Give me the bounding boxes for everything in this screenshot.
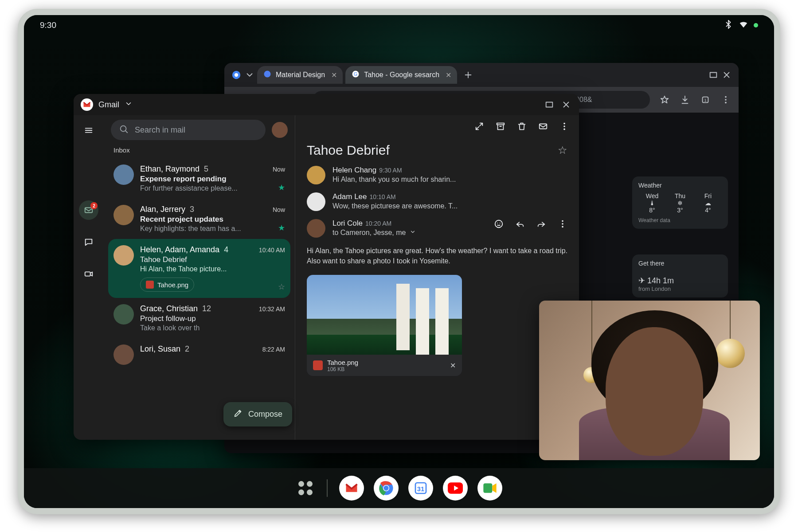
thread-preview: Hi Alan, the Tahoe picture... [140,265,285,273]
svg-text:G: G [354,71,357,77]
travel-card[interactable]: Get there ✈ 14h 1m from London [632,254,728,297]
new-tab-button[interactable] [462,69,474,81]
thread-subject: Tahoe Debrief [140,255,285,264]
svg-rect-12 [546,102,553,107]
collapsed-message[interactable]: Helen Chang9:30 AM Hi Alan, thank you so… [307,166,567,184]
message-detail: Tahoe Debrief ☆ Helen Chang9:30 AM Hi Al… [295,115,579,440]
rail-chat-icon[interactable] [79,232,98,252]
emoji-icon[interactable] [494,219,504,231]
gmail-titlebar: Gmail [74,94,579,115]
close-icon[interactable]: ✕ [329,70,338,79]
window-maximize-icon[interactable] [708,69,719,81]
tabs-count-icon[interactable]: 1 [700,94,711,106]
weather-day: Thu [666,192,694,200]
svg-point-24 [562,226,563,228]
attachment-size: 106 KB [327,366,446,372]
close-icon[interactable]: ✕ [450,361,456,370]
thread-preview: Key highlights: the team has a... [140,225,285,233]
svg-point-20 [563,129,565,130]
thread-item-selected[interactable]: Helen, Adam, Amanda 410:40 AM Tahoe Debr… [108,239,290,298]
weather-day: Fri [694,192,722,200]
star-icon[interactable]: ★ [278,183,285,192]
compose-button[interactable]: Compose [223,402,292,426]
more-icon[interactable] [720,94,732,106]
app-title: Gmail [98,100,119,110]
search-input[interactable]: Search in mail [111,120,266,140]
attachment-name: Tahoe.png [327,359,446,366]
expand-icon[interactable] [474,121,484,134]
dock-gmail[interactable] [339,476,364,501]
rail-meet-icon[interactable] [79,264,98,284]
mail-badge: 2 [90,202,98,209]
app-drawer-button[interactable] [296,478,315,498]
expanded-message-header[interactable]: Lori Cole10:20 AM to Cameron, Jesse, me [307,219,567,238]
chrome-titlebar: Material Design ✕ G Tahoe - Google sesar… [224,63,739,87]
star-icon[interactable]: ☆ [558,144,567,156]
svg-text:31: 31 [417,485,424,493]
reply-icon[interactable] [515,219,525,231]
svg-point-1 [235,73,238,77]
weather-temp: 3° [666,207,694,214]
weather-card[interactable]: Weather Wed🌡8° Thu❄3° Fri☁4° Weather dat… [632,176,728,229]
message-snippet: Hi Alan, thank you so much for sharin... [332,176,567,184]
chrome-app-icon[interactable] [231,69,242,81]
thread-item[interactable]: Grace, Christian 1210:32 AM Project foll… [108,298,290,338]
forward-icon[interactable] [536,219,546,231]
dock-chrome[interactable] [374,476,399,501]
svg-point-23 [562,223,563,225]
svg-point-19 [563,125,565,127]
video-pip[interactable] [539,301,760,460]
menu-icon[interactable] [79,121,98,140]
delete-icon[interactable] [517,121,527,134]
svg-rect-14 [85,272,90,276]
message-recipients[interactable]: to Cameron, Jesse, me [332,229,487,237]
more-icon[interactable] [558,219,567,231]
window-close-icon[interactable] [560,99,572,110]
tab-material-design[interactable]: Material Design ✕ [257,66,343,84]
status-bar: 9:30 [24,15,774,35]
svg-point-21 [495,220,503,228]
attachment-card[interactable]: Tahoe.png 106 KB ✕ [307,275,462,376]
attachment-chip[interactable]: Tahoe.png [140,278,194,292]
tab-tahoe-search[interactable]: G Tahoe - Google sesarch ✕ [345,66,457,84]
compose-label: Compose [248,410,282,419]
collapsed-message[interactable]: Adam Lee10:10 AM Wow, these picturese ar… [307,192,567,211]
close-icon[interactable]: ✕ [444,70,453,79]
gmail-app-icon [81,98,93,111]
person-face [606,327,703,456]
rail-mail-icon[interactable]: 2 [79,200,98,220]
svg-rect-31 [483,483,492,493]
star-icon[interactable]: ☆ [278,282,285,292]
star-icon[interactable]: ★ [278,223,285,233]
thread-item[interactable]: Alan, Jerrery 3Now Recent project update… [108,199,290,239]
avatar [113,164,134,185]
window-close-icon[interactable] [721,69,732,81]
divider [327,479,328,497]
archive-icon[interactable] [496,121,505,134]
account-avatar[interactable] [272,122,288,138]
download-icon[interactable] [679,94,691,106]
window-maximize-icon[interactable] [544,99,555,110]
thread-item[interactable]: Ethan, Raymond 5Now Expense report pendi… [108,158,290,199]
thread-preview: Take a look over th [140,324,285,332]
svg-point-9 [725,96,727,98]
section-label: Inbox [104,145,295,158]
lamp-decor [716,339,745,368]
travel-duration: ✈ 14h 1m [638,276,722,286]
more-icon[interactable] [559,121,569,134]
dock-youtube[interactable] [443,476,468,501]
image-file-icon [313,360,323,370]
tab-favicon: G [352,70,360,80]
search-icon [119,124,129,136]
thread-item[interactable]: Lori, Susan 28:22 AM [108,338,290,371]
bookmark-icon[interactable] [659,94,670,106]
app-dropdown-icon[interactable] [125,100,133,110]
battery-indicator [754,23,758,27]
dock-calendar[interactable]: 31 [408,476,433,501]
mark-unread-icon[interactable] [538,121,548,134]
svg-point-18 [563,123,565,125]
avatar [113,304,134,325]
svg-point-22 [562,220,563,222]
chrome-tab-dropdown-icon[interactable] [244,69,255,81]
dock-meet[interactable] [477,476,502,501]
